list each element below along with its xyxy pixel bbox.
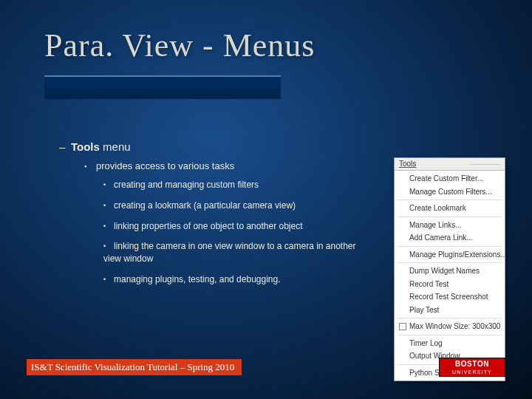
dot-bullet-icon: •: [103, 180, 114, 190]
bullet-lvl2: ▪provides access to various tasks: [84, 160, 369, 171]
bullet-lvl3: •managing plugins, testing, and debuggin…: [103, 273, 369, 286]
menu-item-label: Max Window Size: 300x300: [409, 321, 500, 332]
dot-bullet-icon: •: [103, 242, 114, 251]
menu-item[interactable]: Add Camera Link...: [395, 231, 505, 245]
dot-bullet-icon: •: [103, 222, 114, 231]
bullet-lvl2-text: provides access to various tasks: [96, 160, 234, 171]
menu-item[interactable]: Create Lookmark: [395, 202, 505, 215]
menu-item[interactable]: Timer Log: [395, 337, 505, 350]
title-block: Para. View - Menus: [44, 28, 488, 99]
bullet-lvl1: – Tools menu: [59, 140, 369, 153]
menu-body: Create Custom Filter...Manage Custom Fil…: [395, 171, 505, 381]
grip-icon: [471, 164, 500, 165]
bullet-lvl1-rest: menu: [100, 140, 131, 153]
square-bullet-icon: ▪: [84, 163, 96, 170]
logo-line2: UNIVERSITY: [452, 369, 492, 375]
menu-item[interactable]: Manage Plugins/Extensions...: [395, 248, 505, 262]
logo-line1: BOSTON: [455, 361, 489, 368]
menu-separator: [398, 335, 502, 335]
bullet-lvl3-list: •creating and managing custom filters •c…: [103, 179, 369, 286]
menu-separator: [398, 200, 502, 200]
content-block: – Tools menu ▪provides access to various…: [59, 140, 369, 294]
dot-bullet-icon: •: [103, 201, 114, 211]
footer-bar: IS&T Scientific Visualization Tutorial –…: [27, 359, 242, 375]
dot-bullet-icon: •: [103, 275, 114, 284]
bullet-lvl3: •creating and managing custom filters: [103, 179, 369, 191]
slide-title: Para. View - Menus: [44, 28, 488, 65]
menu-header[interactable]: Tools: [395, 158, 505, 171]
menu-item[interactable]: Play Test: [395, 304, 505, 317]
dash-icon: –: [59, 140, 71, 153]
menu-item[interactable]: Manage Custom Filters...: [395, 185, 505, 199]
bullet-lvl1-bold: Tools: [71, 140, 100, 153]
menu-separator: [398, 216, 502, 217]
menu-separator: [398, 262, 502, 263]
tools-menu-screenshot: Tools Create Custom Filter...Manage Cust…: [394, 157, 505, 381]
menu-item[interactable]: Max Window Size: 300x300: [395, 320, 505, 333]
title-underline: [44, 75, 281, 99]
bullet-lvl3: •linking properties of one object to ano…: [103, 220, 369, 233]
bullet-lvl3: •creating a lookmark (a particular camer…: [103, 200, 369, 212]
menu-item[interactable]: Create Custom Filter...: [395, 172, 505, 185]
menu-item[interactable]: Record Test Screenshot: [395, 290, 505, 304]
bullet-lvl3: •linking the camera in one view window t…: [103, 240, 369, 265]
menu-separator: [398, 246, 502, 247]
menu-item[interactable]: Dump Widget Names: [395, 265, 505, 278]
menu-item[interactable]: Manage Links...: [395, 219, 505, 232]
menu-header-label: Tools: [399, 160, 416, 168]
menu-separator: [398, 318, 502, 318]
checkbox-icon[interactable]: [399, 323, 406, 330]
menu-item[interactable]: Record Test: [395, 278, 505, 291]
boston-university-logo: BOSTON UNIVERSITY: [439, 358, 505, 377]
